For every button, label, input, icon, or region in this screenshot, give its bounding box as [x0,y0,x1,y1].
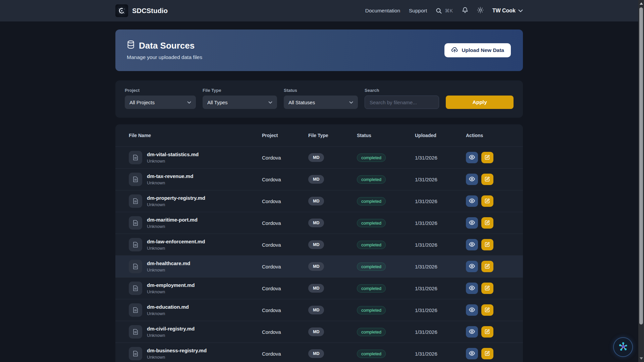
table-row[interactable]: dm-business-registry.md Unknown Cordova … [115,343,523,362]
scrollbar-up-arrow[interactable] [640,2,643,5]
view-button[interactable] [466,261,478,272]
file-icon [129,303,142,317]
file-type-cell: MD [308,197,357,205]
search-button[interactable]: ⌘K [436,8,453,14]
table-row[interactable]: dm-law-enforcement.md Unknown Cordova MD… [115,234,523,255]
view-button[interactable] [466,217,478,229]
file-type-cell: MD [308,306,357,314]
apply-filters-button[interactable]: Apply [446,96,514,109]
project-cell: Cordova [262,286,308,291]
table-row[interactable]: dm-vital-statistics.md Unknown Cordova M… [115,146,523,168]
table-row[interactable]: dm-employment.md Unknown Cordova MD comp… [115,277,523,299]
brand-name: SDCStudio [132,7,168,15]
actions-cell [466,217,515,229]
edit-button[interactable] [481,326,493,338]
nav-link-documentation[interactable]: Documentation [365,8,400,14]
filter-file-type-label: File Type [203,88,277,93]
nav-link-support[interactable]: Support [409,8,427,14]
table-row[interactable]: dm-maritime-port.md Unknown Cordova MD c… [115,212,523,234]
view-button[interactable] [466,239,478,250]
table-row[interactable]: dm-education.md Unknown Cordova MD compl… [115,299,523,321]
actions-cell [466,283,515,294]
file-type-badge: MD [308,240,324,249]
filter-search-label: Search [365,88,439,93]
file-type-cell: MD [308,349,357,358]
table-row[interactable]: dm-property-registry.md Unknown Cordova … [115,190,523,212]
file-name: dm-civil-registry.md [147,326,195,331]
view-button[interactable] [466,304,478,316]
edit-button[interactable] [481,174,493,185]
file-icon [129,216,142,230]
scrollbar-thumb[interactable] [639,7,643,324]
view-button[interactable] [466,326,478,338]
project-cell: Cordova [262,307,308,313]
chevron-down-icon [268,99,272,105]
file-type-badge: MD [308,262,324,271]
project-cell: Cordova [262,198,308,204]
file-type-badge: MD [308,306,324,314]
edit-button[interactable] [481,195,493,207]
file-meta: Unknown [147,289,195,294]
notifications-button[interactable] [462,7,468,15]
file-cell: dm-healthcare.md Unknown [129,260,262,273]
table-row[interactable]: dm-healthcare.md Unknown Cordova MD comp… [115,255,523,277]
page-header-banner: Data Sources Manage your uploaded data f… [115,29,523,71]
file-cell: dm-employment.md Unknown [129,282,262,295]
eye-icon [469,329,475,335]
file-meta: Unknown [147,355,207,360]
uploaded-cell: 1/31/2026 [415,155,466,161]
status-badge: completed [357,284,386,293]
top-navbar: SDCStudio Documentation Support ⌘K [0,0,638,21]
view-button[interactable] [466,174,478,185]
upload-new-data-button[interactable]: Upload New Data [444,43,511,57]
user-menu[interactable]: TW Cook [492,8,523,14]
view-button[interactable] [466,348,478,359]
data-table-card: File Name Project File Type Status Uploa… [115,124,523,362]
edit-button[interactable] [481,217,493,229]
file-icon [129,173,142,186]
table-row[interactable]: dm-civil-registry.md Unknown Cordova MD … [115,321,523,343]
file-icon [129,151,142,164]
page-scrollbar[interactable] [638,0,644,362]
edit-button[interactable] [481,152,493,163]
project-select[interactable]: All Projects [125,96,196,109]
status-cell: completed [357,219,415,227]
file-name: dm-tax-revenue.md [147,173,193,179]
table-row[interactable]: dm-tax-revenue.md Unknown Cordova MD com… [115,168,523,190]
view-button[interactable] [466,152,478,163]
file-meta: Unknown [147,159,199,164]
view-button[interactable] [466,195,478,207]
edit-button[interactable] [481,304,493,316]
filter-project-label: Project [125,88,196,93]
file-type-select[interactable]: All Types [203,96,277,109]
project-cell: Cordova [262,220,308,226]
file-cell: dm-vital-statistics.md Unknown [129,151,262,164]
edit-icon [485,263,490,270]
theme-toggle-button[interactable] [477,7,484,15]
page-subtitle: Manage your uploaded data files [127,54,202,60]
project-cell: Cordova [262,177,308,182]
scrollbar-down-arrow[interactable] [640,357,643,360]
file-meta: Unknown [147,246,205,251]
file-cell: dm-maritime-port.md Unknown [129,216,262,230]
status-badge: completed [357,154,386,162]
status-cell: completed [357,328,415,336]
edit-button[interactable] [481,261,493,272]
assistant-fab-button[interactable] [613,337,633,357]
edit-button[interactable] [481,283,493,294]
brand[interactable]: SDCStudio [115,4,168,17]
status-select[interactable]: All Statuses [284,96,358,109]
file-type-cell: MD [308,219,357,227]
edit-button[interactable] [481,348,493,359]
edit-icon [485,155,490,161]
view-button[interactable] [466,283,478,294]
molecule-icon [618,341,629,353]
uploaded-cell: 1/31/2026 [415,307,466,313]
project-cell: Cordova [262,155,308,161]
file-meta: Unknown [147,333,195,338]
search-input[interactable] [365,96,439,109]
file-icon [129,194,142,208]
uploaded-cell: 1/31/2026 [415,198,466,204]
table-header-row: File Name Project File Type Status Uploa… [115,124,523,146]
edit-button[interactable] [481,239,493,250]
